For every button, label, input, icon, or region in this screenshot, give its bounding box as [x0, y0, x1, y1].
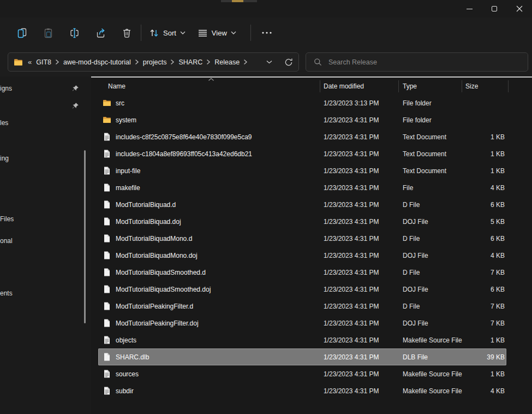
see-more-button[interactable]: [258, 23, 276, 43]
tab-fragment: [221, 0, 257, 2]
file-row[interactable]: SHARC.dlb 1/23/2023 4:31 PM DLB File 39 …: [98, 348, 506, 365]
file-date-modified: 1/23/2023 3:13 PM: [320, 99, 399, 107]
breadcrumb-item[interactable]: Release: [214, 58, 240, 66]
file-type: D File: [399, 235, 462, 243]
text-document-icon: [103, 150, 111, 158]
file-row[interactable]: includes-c1804a8ef89693ff05c413a42ed6db2…: [98, 145, 506, 162]
file-row[interactable]: input-file 1/23/2023 4:31 PM Text Docume…: [98, 162, 506, 179]
breadcrumb-overflow[interactable]: «: [28, 58, 32, 66]
search-input[interactable]: [328, 58, 492, 66]
toolbar-separator: [141, 25, 141, 41]
file-type: DOJ File: [399, 252, 462, 259]
breadcrumb-item[interactable]: GIT8: [36, 58, 51, 66]
sidebar-item[interactable]: Files: [0, 215, 14, 223]
file-name: ModTutorialBiquadSmoothed.doj: [116, 286, 211, 293]
column-header-type[interactable]: Type: [399, 80, 462, 92]
refresh-icon[interactable]: [284, 58, 293, 67]
address-row: « GIT8 awe-mod-dspc-tutorial projects SH…: [0, 48, 532, 76]
file-date-modified: 1/23/2023 4:31 PM: [320, 133, 399, 141]
file-name: subdir: [116, 387, 134, 395]
file-type: DOJ File: [399, 218, 462, 226]
text-document-icon: [103, 387, 111, 395]
file-icon: [103, 285, 111, 293]
file-size: 1 KB: [462, 336, 506, 344]
file-row[interactable]: ModTutorialBiquadSmoothed.doj 1/23/2023 …: [98, 281, 506, 298]
file-size: 1 KB: [462, 150, 506, 158]
file-row[interactable]: ModTutorialBiquadSmoothed.d 1/23/2023 4:…: [98, 264, 506, 281]
file-name: ModTutorialBiquadMono.doj: [116, 252, 198, 259]
maximize-button[interactable]: [482, 0, 507, 17]
sort-button[interactable]: Sort: [145, 23, 190, 43]
file-date-modified: 1/23/2023 4:31 PM: [320, 116, 399, 124]
sidebar-item[interactable]: onal: [0, 237, 13, 245]
file-row[interactable]: ModTutorialBiquadMono.d 1/23/2023 4:31 P…: [98, 230, 506, 247]
file-type: Makefile Source File: [399, 336, 462, 344]
file-row[interactable]: system 1/23/2023 4:31 PM File folder: [98, 111, 506, 128]
file-row[interactable]: subdir 1/23/2023 4:31 PM Makefile Source…: [98, 382, 506, 399]
file-type: DOJ File: [399, 320, 462, 327]
toolbar-separator: [250, 25, 251, 41]
file-row[interactable]: makefile 1/23/2023 4:31 PM File 4 KB: [98, 179, 506, 196]
sidebar-item[interactable]: les: [0, 119, 8, 127]
sidebar-scrollbar[interactable]: [84, 150, 86, 323]
breadcrumb-item[interactable]: awe-mod-dspc-tutorial: [63, 58, 131, 66]
file-date-modified: 1/23/2023 4:31 PM: [320, 353, 399, 361]
address-bar[interactable]: « GIT8 awe-mod-dspc-tutorial projects SH…: [8, 52, 299, 72]
share-button[interactable]: [89, 23, 111, 43]
sort-label: Sort: [163, 29, 176, 37]
file-size: 7 KB: [462, 320, 506, 327]
file-row[interactable]: ModTutorialPeakingFilter.doj 1/23/2023 4…: [98, 315, 506, 332]
address-dropdown-chevron-icon[interactable]: [266, 60, 272, 64]
rename-button[interactable]: [63, 23, 85, 43]
file-size: 39 KB: [462, 353, 506, 361]
text-document-icon: [103, 370, 111, 378]
file-row[interactable]: ModTutorialBiquadMono.doj 1/23/2023 4:31…: [98, 247, 506, 264]
file-row[interactable]: sources 1/23/2023 4:31 PM Makefile Sourc…: [98, 365, 506, 382]
breadcrumb-item[interactable]: projects: [143, 58, 167, 66]
file-row[interactable]: ModTutorialBiquad.d 1/23/2023 4:31 PM D …: [98, 196, 506, 213]
file-size: 1 KB: [462, 167, 506, 175]
file-type: Text Document: [399, 167, 462, 175]
view-label: View: [212, 29, 227, 37]
sidebar-item[interactable]: igns: [0, 85, 12, 92]
column-header-date-modified[interactable]: Date modified: [320, 80, 399, 92]
copy-button[interactable]: [11, 23, 33, 43]
copy-icon: [16, 27, 28, 39]
file-row[interactable]: ModTutorialPeakingFilter.d 1/23/2023 4:3…: [98, 298, 506, 315]
file-size: 1 KB: [462, 370, 506, 378]
delete-button[interactable]: [116, 23, 138, 43]
pin-icon: [71, 102, 79, 110]
file-row[interactable]: src 1/23/2023 3:13 PM File folder: [98, 94, 506, 111]
chevron-down-icon: [180, 31, 186, 34]
file-name: system: [116, 116, 136, 124]
file-icon: [103, 319, 111, 327]
main-content: igns les ing Files onal ents Name Date m…: [0, 76, 532, 414]
file-name: ModTutorialBiquadMono.d: [116, 235, 192, 243]
file-type: DOJ File: [399, 286, 462, 293]
breadcrumb-chevron-icon: [55, 59, 59, 65]
column-header-size[interactable]: Size: [462, 80, 509, 92]
file-type: DLB File: [399, 353, 462, 361]
file-row[interactable]: includes-c8f25c0875e8f64e40e7830f099e5ca…: [98, 128, 506, 145]
sidebar-item[interactable]: ents: [0, 289, 13, 297]
file-type: File folder: [399, 99, 462, 107]
sidebar-item[interactable]: ing: [0, 155, 9, 162]
file-row[interactable]: objects 1/23/2023 4:31 PM Makefile Sourc…: [98, 332, 506, 348]
file-explorer-window: Sort View: [0, 0, 532, 414]
close-button[interactable]: [507, 0, 532, 17]
paste-button[interactable]: [37, 23, 59, 43]
search-box[interactable]: [306, 52, 528, 72]
minimize-button[interactable]: [457, 0, 482, 17]
file-size: 7 KB: [462, 303, 506, 310]
search-icon: [314, 58, 322, 66]
column-header-name[interactable]: Name: [91, 80, 320, 92]
column-headers: Name Date modified Type Size: [91, 80, 532, 93]
file-row[interactable]: ModTutorialBiquad.doj 1/23/2023 4:31 PM …: [98, 213, 506, 230]
file-type: Text Document: [399, 133, 462, 141]
file-type: D File: [399, 201, 462, 209]
address-folder-icon: [14, 58, 23, 66]
file-size: 4 KB: [462, 387, 506, 395]
breadcrumb-item[interactable]: SHARC: [178, 58, 202, 66]
view-button[interactable]: View: [193, 23, 241, 43]
file-size: 6 KB: [462, 286, 506, 293]
